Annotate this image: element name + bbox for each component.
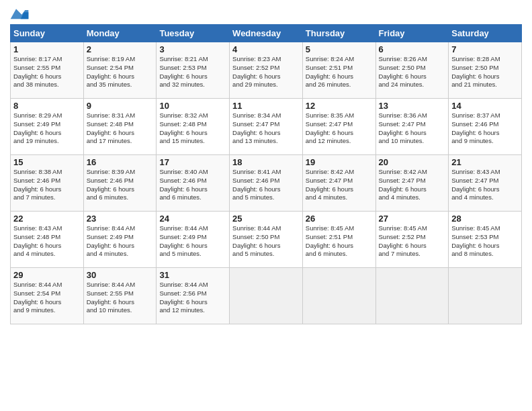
header-sunday: Sunday [11,25,84,42]
day-content: Sunrise: 8:29 AM Sunset: 2:49 PM Dayligh… [13,111,81,146]
day-content: Sunrise: 8:37 AM Sunset: 2:46 PM Dayligh… [451,111,519,146]
day-number: 27 [379,214,446,224]
day-number: 21 [451,157,519,167]
day-cell: 19Sunrise: 8:42 AM Sunset: 2:47 PM Dayli… [302,155,375,212]
day-number: 5 [306,44,373,54]
day-number: 20 [379,157,446,167]
day-content: Sunrise: 8:44 AM Sunset: 2:56 PM Dayligh… [159,281,226,315]
day-cell: 6Sunrise: 8:26 AM Sunset: 2:50 PM Daylig… [375,42,449,99]
day-number: 25 [232,214,300,224]
day-number: 15 [13,157,81,167]
day-cell: 14Sunrise: 8:37 AM Sunset: 2:46 PM Dayli… [449,99,522,155]
day-content: Sunrise: 8:31 AM Sunset: 2:48 PM Dayligh… [87,111,154,146]
day-number: 31 [159,270,226,280]
logo [10,7,32,20]
day-cell: 15Sunrise: 8:38 AM Sunset: 2:46 PM Dayli… [11,155,84,212]
day-content: Sunrise: 8:36 AM Sunset: 2:47 PM Dayligh… [379,111,446,146]
header [10,7,522,20]
day-content: Sunrise: 8:38 AM Sunset: 2:46 PM Dayligh… [13,168,81,202]
day-number: 3 [159,44,226,54]
day-content: Sunrise: 8:32 AM Sunset: 2:48 PM Dayligh… [159,111,226,146]
page: SundayMondayTuesdayWednesdayThursdayFrid… [0,0,532,411]
header-monday: Monday [83,25,157,42]
day-content: Sunrise: 8:44 AM Sunset: 2:49 PM Dayligh… [87,224,154,259]
day-number: 26 [306,214,373,224]
day-number: 10 [159,101,226,111]
day-content: Sunrise: 8:28 AM Sunset: 2:50 PM Dayligh… [451,55,519,89]
day-content: Sunrise: 8:40 AM Sunset: 2:46 PM Dayligh… [159,168,226,202]
day-content: Sunrise: 8:17 AM Sunset: 2:55 PM Dayligh… [13,55,81,89]
day-number: 24 [159,214,226,224]
day-content: Sunrise: 8:43 AM Sunset: 2:47 PM Dayligh… [451,168,519,202]
day-cell: 29Sunrise: 8:44 AM Sunset: 2:54 PM Dayli… [11,268,84,324]
day-number: 7 [451,44,519,54]
day-content: Sunrise: 8:42 AM Sunset: 2:47 PM Dayligh… [306,168,373,202]
day-cell: 28Sunrise: 8:45 AM Sunset: 2:53 PM Dayli… [449,212,522,268]
day-cell: 5Sunrise: 8:24 AM Sunset: 2:51 PM Daylig… [302,42,375,99]
day-cell: 31Sunrise: 8:44 AM Sunset: 2:56 PM Dayli… [157,268,230,324]
day-cell [302,268,375,324]
week-row-4: 22Sunrise: 8:43 AM Sunset: 2:48 PM Dayli… [11,212,522,268]
day-cell: 23Sunrise: 8:44 AM Sunset: 2:49 PM Dayli… [83,212,157,268]
week-row-1: 1Sunrise: 8:17 AM Sunset: 2:55 PM Daylig… [11,42,522,99]
day-content: Sunrise: 8:45 AM Sunset: 2:51 PM Dayligh… [306,224,373,259]
day-number: 13 [379,101,446,111]
week-row-3: 15Sunrise: 8:38 AM Sunset: 2:46 PM Dayli… [11,155,522,212]
logo-icon [10,7,29,20]
day-number: 29 [13,270,81,280]
day-content: Sunrise: 8:23 AM Sunset: 2:52 PM Dayligh… [232,55,300,89]
day-content: Sunrise: 8:19 AM Sunset: 2:54 PM Dayligh… [87,55,154,89]
day-content: Sunrise: 8:41 AM Sunset: 2:46 PM Dayligh… [232,168,300,202]
day-cell: 25Sunrise: 8:44 AM Sunset: 2:50 PM Dayli… [230,212,303,268]
day-number: 4 [232,44,300,54]
header-wednesday: Wednesday [230,25,303,42]
day-number: 14 [451,101,519,111]
calendar: SundayMondayTuesdayWednesdayThursdayFrid… [10,24,522,324]
day-number: 12 [306,101,373,111]
day-number: 23 [87,214,154,224]
day-number: 11 [232,101,300,111]
header-friday: Friday [375,25,449,42]
day-cell: 12Sunrise: 8:35 AM Sunset: 2:47 PM Dayli… [302,99,375,155]
day-number: 30 [87,270,154,280]
day-cell: 22Sunrise: 8:43 AM Sunset: 2:48 PM Dayli… [11,212,84,268]
day-number: 16 [87,157,154,167]
week-row-2: 8Sunrise: 8:29 AM Sunset: 2:49 PM Daylig… [11,99,522,155]
day-cell: 16Sunrise: 8:39 AM Sunset: 2:46 PM Dayli… [83,155,157,212]
day-number: 2 [87,44,154,54]
day-content: Sunrise: 8:45 AM Sunset: 2:53 PM Dayligh… [451,224,519,259]
day-content: Sunrise: 8:43 AM Sunset: 2:48 PM Dayligh… [13,224,81,259]
day-number: 1 [13,44,81,54]
day-cell: 26Sunrise: 8:45 AM Sunset: 2:51 PM Dayli… [302,212,375,268]
day-cell [449,268,522,324]
day-cell: 17Sunrise: 8:40 AM Sunset: 2:46 PM Dayli… [157,155,230,212]
day-content: Sunrise: 8:44 AM Sunset: 2:50 PM Dayligh… [232,224,300,259]
day-content: Sunrise: 8:45 AM Sunset: 2:52 PM Dayligh… [379,224,446,259]
day-cell [230,268,303,324]
day-number: 18 [232,157,300,167]
day-cell: 13Sunrise: 8:36 AM Sunset: 2:47 PM Dayli… [375,99,449,155]
day-content: Sunrise: 8:42 AM Sunset: 2:47 PM Dayligh… [379,168,446,202]
day-cell: 1Sunrise: 8:17 AM Sunset: 2:55 PM Daylig… [11,42,84,99]
day-content: Sunrise: 8:44 AM Sunset: 2:54 PM Dayligh… [13,281,81,315]
day-content: Sunrise: 8:24 AM Sunset: 2:51 PM Dayligh… [306,55,373,89]
day-number: 8 [13,101,81,111]
day-number: 28 [451,214,519,224]
day-cell: 24Sunrise: 8:44 AM Sunset: 2:49 PM Dayli… [157,212,230,268]
day-cell: 10Sunrise: 8:32 AM Sunset: 2:48 PM Dayli… [157,99,230,155]
day-number: 17 [159,157,226,167]
day-cell: 2Sunrise: 8:19 AM Sunset: 2:54 PM Daylig… [83,42,157,99]
calendar-header-row: SundayMondayTuesdayWednesdayThursdayFrid… [11,25,522,42]
day-cell: 27Sunrise: 8:45 AM Sunset: 2:52 PM Dayli… [375,212,449,268]
day-cell: 3Sunrise: 8:21 AM Sunset: 2:53 PM Daylig… [157,42,230,99]
day-content: Sunrise: 8:35 AM Sunset: 2:47 PM Dayligh… [306,111,373,146]
day-number: 6 [379,44,446,54]
week-row-5: 29Sunrise: 8:44 AM Sunset: 2:54 PM Dayli… [11,268,522,324]
day-cell: 4Sunrise: 8:23 AM Sunset: 2:52 PM Daylig… [230,42,303,99]
day-cell: 7Sunrise: 8:28 AM Sunset: 2:50 PM Daylig… [449,42,522,99]
day-content: Sunrise: 8:39 AM Sunset: 2:46 PM Dayligh… [87,168,154,202]
day-content: Sunrise: 8:34 AM Sunset: 2:47 PM Dayligh… [232,111,300,146]
day-content: Sunrise: 8:26 AM Sunset: 2:50 PM Dayligh… [379,55,446,89]
day-cell: 18Sunrise: 8:41 AM Sunset: 2:46 PM Dayli… [230,155,303,212]
day-content: Sunrise: 8:44 AM Sunset: 2:49 PM Dayligh… [159,224,226,259]
